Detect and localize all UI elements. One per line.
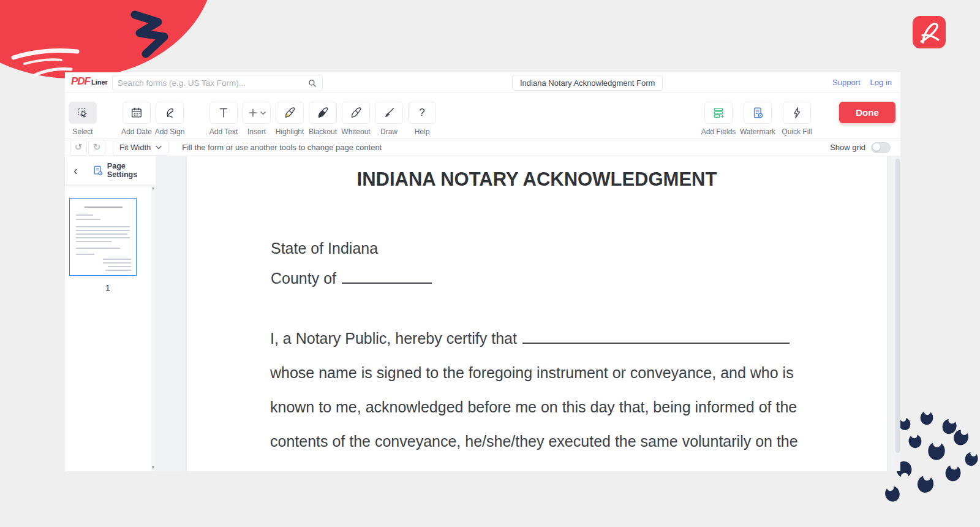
highlight-tool-button[interactable]: Highlight (276, 102, 304, 136)
signature-pen-icon (156, 102, 184, 124)
add-fields-tool-button[interactable]: Add Fields (704, 102, 733, 136)
sidebar-scrollbar[interactable] (151, 184, 156, 471)
scroll-down-arrow-icon[interactable] (152, 466, 154, 469)
page-thumbnail-1[interactable] (69, 198, 137, 276)
whiteout-tool-button[interactable]: Whiteout (342, 102, 370, 136)
redo-button[interactable]: ↻ (88, 140, 105, 156)
page-settings-button[interactable]: Page Settings (92, 162, 156, 179)
page-settings-icon (92, 165, 104, 176)
body-line-1: whose name is signed to the foregoing in… (270, 364, 794, 382)
help-tool-button[interactable]: ? Help (408, 102, 436, 136)
name-blank-field[interactable] (522, 330, 790, 344)
zoom-mode-value: Fit Width (119, 143, 151, 152)
add-text-tool-button[interactable]: Add Text (209, 102, 238, 136)
show-grid-label: Show grid (830, 143, 865, 152)
body-line-3: contents of the conveyance, he/she/they … (270, 433, 798, 450)
document-title-input[interactable]: Indiana Notary Acknowledgment Form (512, 75, 663, 91)
calendar-icon (123, 102, 151, 124)
undo-button[interactable]: ↺ (70, 140, 87, 156)
watermark-document-icon (744, 102, 772, 124)
highlighter-icon (276, 102, 304, 124)
sub-toolbar: ↺ ↻ Fit Width Fill the form or use anoth… (65, 139, 900, 156)
pdfliner-app-window: PDF Liner Indiana Notary Acknowledgment … (65, 72, 900, 471)
text-icon (209, 102, 238, 124)
pdfliner-logo[interactable]: PDF Liner (71, 75, 108, 88)
done-button[interactable]: Done (839, 102, 895, 123)
acrobat-glyph-icon (916, 19, 943, 46)
pdf-app-icon (913, 16, 946, 48)
show-grid-toggle[interactable] (871, 142, 891, 153)
sidebar-header: ‹ Page Settings (65, 156, 156, 185)
paintbrush-icon (375, 102, 403, 124)
main-toolbar: Select (65, 93, 900, 139)
app-header: PDF Liner Indiana Notary Acknowledgment … (65, 72, 900, 93)
header-links: Support Log in (832, 72, 892, 93)
state-line: State of Indiana (271, 240, 378, 257)
search-input[interactable] (113, 78, 307, 88)
insert-tool-button[interactable]: Insert (243, 102, 271, 136)
lightning-icon (783, 102, 811, 124)
whiteout-brush-icon (342, 102, 370, 124)
page-settings-label: Page Settings (107, 162, 156, 179)
editor-content: ‹ Page Settings (65, 156, 900, 471)
logo-pdf-text: PDF (71, 75, 90, 88)
search-forms-box (112, 75, 323, 91)
plus-icon (243, 102, 271, 124)
document-heading: INDIANA NOTARY ACKNOWLEDGMENT (187, 169, 887, 191)
scroll-up-arrow-icon[interactable] (152, 187, 154, 189)
body-line-2: known to me, acknowledged before me on t… (270, 398, 797, 416)
page-number-label: 1 (65, 282, 151, 293)
add-sign-tool-button[interactable]: Add Sign (156, 102, 184, 136)
login-link[interactable]: Log in (870, 78, 892, 87)
blackout-brush-icon (309, 102, 337, 124)
search-icon[interactable] (307, 78, 317, 88)
select-cursor-icon (69, 102, 97, 124)
blackout-tool-button[interactable]: Blackout (309, 102, 337, 136)
navy-squiggle-decoration (135, 15, 164, 54)
zoom-mode-dropdown[interactable]: Fit Width (113, 140, 168, 156)
county-blank-field[interactable] (342, 270, 432, 284)
chevron-down-icon (260, 111, 266, 115)
pages-sidebar: ‹ Page Settings (65, 156, 156, 471)
logo-liner-text: Liner (91, 78, 108, 86)
screenshot-canvas: PDF Liner Indiana Notary Acknowledgment … (0, 0, 980, 527)
select-tool-button[interactable]: Select (69, 102, 97, 136)
question-mark-icon: ? (408, 102, 436, 124)
collapse-sidebar-icon[interactable]: ‹ (71, 164, 80, 176)
viewer-scrollbar[interactable] (895, 157, 900, 467)
quick-fill-tool-button[interactable]: Quick Fill (783, 102, 811, 136)
document-page[interactable]: INDIANA NOTARY ACKNOWLEDGMENT State of I… (187, 156, 887, 471)
fields-icon (704, 102, 733, 124)
viewer-scrollbar-thumb[interactable] (895, 159, 900, 453)
certify-line: I, a Notary Public, hereby certify that (270, 330, 790, 347)
add-date-tool-button[interactable]: Add Date (123, 102, 151, 136)
toggle-knob (873, 143, 880, 151)
editor-hint-text: Fill the form or use another tools to ch… (182, 143, 382, 152)
toolbar-left-group: Select (69, 102, 436, 136)
document-viewer: INDIANA NOTARY ACKNOWLEDGMENT State of I… (156, 156, 900, 471)
document-title-text: Indiana Notary Acknowledgment Form (520, 78, 655, 88)
toolbar-right-group: Add Fields Watermark (693, 102, 895, 136)
draw-tool-button[interactable]: Draw (375, 102, 403, 136)
chevron-down-icon (156, 145, 162, 150)
watermark-tool-button[interactable]: Watermark (744, 102, 772, 136)
county-line: County of (271, 270, 432, 287)
support-link[interactable]: Support (832, 78, 861, 87)
